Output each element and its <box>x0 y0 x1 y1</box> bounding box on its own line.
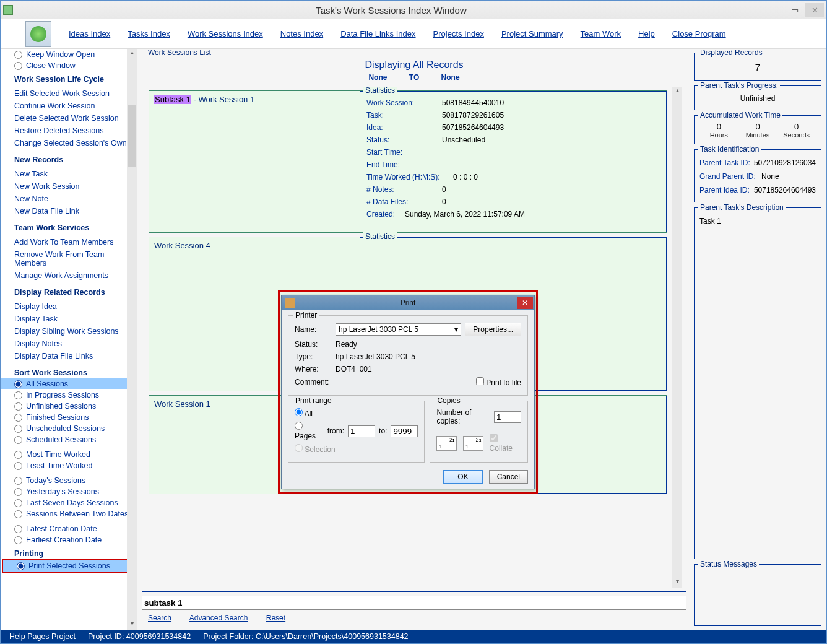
leftnav-scrollbar[interactable]: ▴▾ <box>127 49 137 630</box>
range-pages-radio[interactable]: Pages <box>295 422 316 440</box>
sort-scheduled-label: Scheduled Sessions <box>26 435 96 444</box>
keep-open-radio[interactable] <box>14 51 22 59</box>
collate-icon <box>463 436 483 451</box>
sort-unscheduled-radio[interactable] <box>14 425 22 433</box>
nav-display-siblings[interactable]: Display Sibling Work Sessions <box>14 325 137 337</box>
menu-close-program[interactable]: Close Program <box>672 29 726 38</box>
session-card[interactable]: Subtask 1 - Work Session 1 Statistics Wo… <box>149 90 667 233</box>
desc-legend: Parent Task's Description <box>698 203 786 212</box>
search-link[interactable]: Search <box>148 614 171 622</box>
menu-work-sessions-index[interactable]: Work Sessions Index <box>188 29 263 38</box>
printer-status-label: Status: <box>295 340 332 349</box>
sort-all-radio[interactable] <box>14 380 22 388</box>
printer-properties-button[interactable]: Properties... <box>465 323 521 336</box>
sort-all-label: All Sessions <box>26 380 68 388</box>
range-from: None <box>368 73 387 82</box>
print-selected-radio[interactable] <box>17 562 25 570</box>
seconds-value: 0 <box>777 122 816 131</box>
range-legend: Print range <box>293 396 334 405</box>
nav-delete-session[interactable]: Delete Selected Work Session <box>14 112 137 124</box>
nav-display-notes[interactable]: Display Notes <box>14 337 137 350</box>
app-icon <box>25 21 51 47</box>
menu-help[interactable]: Help <box>638 29 655 38</box>
search-input[interactable] <box>142 596 686 610</box>
nav-team-head: Team Work Services <box>1 220 137 233</box>
window-close-button[interactable]: ✕ <box>805 3 824 17</box>
nav-remove-work[interactable]: Remove Work From Team Members <box>14 248 137 269</box>
nav-newrec-head: New Records <box>1 152 137 165</box>
sort-today-radio[interactable] <box>14 477 22 485</box>
status-help: Help Pages Project <box>9 632 76 641</box>
print-close-button[interactable]: ✕ <box>517 297 533 309</box>
sort-least-time-radio[interactable] <box>14 462 22 470</box>
nav-display-idea[interactable]: Display Idea <box>14 300 137 313</box>
print-title: Print <box>299 298 517 307</box>
sort-scheduled-radio[interactable] <box>14 436 22 444</box>
nav-display-task[interactable]: Display Task <box>14 313 137 325</box>
nav-new-note[interactable]: New Note <box>14 193 137 205</box>
sort-latest-radio[interactable] <box>14 525 22 533</box>
piid-label: Parent Idea ID: <box>699 186 754 194</box>
nav-continue-session[interactable]: Continue Work Session <box>14 100 137 112</box>
printer-comment-label: Comment: <box>295 378 332 386</box>
range-from-input[interactable] <box>348 425 375 437</box>
maximize-button[interactable]: ▭ <box>786 3 804 17</box>
stat-value: Sunday, March 6, 2022 11:57:09 AM <box>405 210 525 219</box>
print-to-file-checkbox[interactable]: Print to file <box>476 377 521 387</box>
range-to-label: TO <box>409 73 419 82</box>
stat-value: 508178729261605 <box>442 111 504 120</box>
menu-ideas-index[interactable]: Ideas Index <box>69 29 110 38</box>
stat-label: # Notes: <box>366 185 442 194</box>
sort-yesterday-radio[interactable] <box>14 488 22 496</box>
nav-manage-assignments[interactable]: Manage Work Assignments <box>14 269 137 282</box>
sort-unfinished-radio[interactable] <box>14 402 22 411</box>
advanced-search-link[interactable]: Advanced Search <box>189 614 248 622</box>
nav-new-task[interactable]: New Task <box>14 168 137 180</box>
sort-earliest-radio[interactable] <box>14 536 22 544</box>
print-ok-button[interactable]: OK <box>443 470 482 484</box>
sort-last7-radio[interactable] <box>14 499 22 507</box>
ptid-label: Parent Task ID: <box>699 159 754 167</box>
stat-value: 508184944540010 <box>442 98 504 107</box>
nav-edit-session[interactable]: Edit Selected Work Session <box>14 87 137 100</box>
reset-link[interactable]: Reset <box>266 614 285 622</box>
ws-list-subheading: None TO None <box>146 72 682 87</box>
stat-value: 0 <box>442 185 446 194</box>
sort-finished-radio[interactable] <box>14 414 22 422</box>
parent-desc-box: Parent Task's Description Task 1 <box>694 207 821 559</box>
nav-restore-sessions[interactable]: Restore Deleted Sessions <box>14 124 137 137</box>
nav-change-owner[interactable]: Change Selected Session's Owner <box>14 137 137 149</box>
stat-label: Start Time: <box>366 148 442 157</box>
minimize-button[interactable]: — <box>766 3 784 17</box>
menu-projects-index[interactable]: Projects Index <box>433 29 484 38</box>
nav-new-work-session[interactable]: New Work Session <box>14 180 137 193</box>
close-window-radio[interactable] <box>14 62 22 70</box>
menu-notes-index[interactable]: Notes Index <box>280 29 323 38</box>
range-to-input[interactable] <box>391 425 418 437</box>
card-title: Work Session 4 <box>154 241 210 250</box>
seconds-label: Seconds <box>777 131 816 139</box>
stat-label: Idea: <box>366 123 442 132</box>
search-row <box>142 596 686 610</box>
printer-name-value: hp LaserJet 3030 PCL 5 <box>339 325 418 334</box>
sort-inprogress-radio[interactable] <box>14 391 22 399</box>
window-title: Task's Work Sessions Index Window <box>18 5 764 15</box>
sort-between-radio[interactable] <box>14 510 22 518</box>
menu-data-file-links-index[interactable]: Data File Links Index <box>340 29 415 38</box>
nav-display-dfl[interactable]: Display Data File Links <box>14 350 137 362</box>
menu-project-summary[interactable]: Project Summary <box>501 29 563 38</box>
printer-name-combobox[interactable]: hp LaserJet 3030 PCL 5▾ <box>336 323 461 336</box>
nav-new-dfl[interactable]: New Data File Link <box>14 205 137 217</box>
nav-add-work[interactable]: Add Work To Team Members <box>14 236 137 248</box>
stat-value: 507185264604493 <box>442 123 504 132</box>
print-cancel-button[interactable]: Cancel <box>489 470 528 484</box>
printer-legend: Printer <box>293 311 319 320</box>
range-all-radio[interactable]: All <box>295 408 313 418</box>
list-scrollbar[interactable]: ▴▾ <box>672 87 682 588</box>
menu-team-work[interactable]: Team Work <box>581 29 621 38</box>
stat-label: Work Session: <box>366 98 442 107</box>
menu-tasks-index[interactable]: Tasks Index <box>128 29 170 38</box>
ws-list-legend: Work Sessions List <box>146 49 213 57</box>
sort-most-time-radio[interactable] <box>14 451 22 459</box>
ncopies-input[interactable] <box>494 411 521 423</box>
